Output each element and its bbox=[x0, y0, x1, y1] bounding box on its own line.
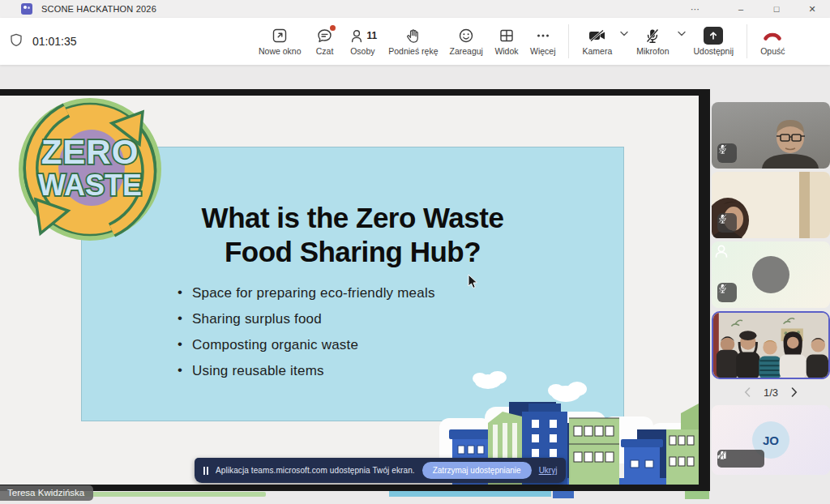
presenter-name-label: Teresa Kwidzińska bbox=[0, 485, 93, 501]
logo-text-waste: WASTE bbox=[38, 169, 142, 202]
mic-muted-icon bbox=[717, 143, 737, 163]
participant-video bbox=[713, 313, 828, 379]
camera-options-chevron[interactable] bbox=[618, 18, 631, 65]
button-label: Widok bbox=[494, 46, 518, 56]
teams-meeting-window: SCONE HACKATHON 2026 ⋯ – □ ✕ 01:01:35 No… bbox=[0, 0, 830, 504]
share-button[interactable]: Udostępnij bbox=[688, 18, 740, 65]
button-label: Opuść bbox=[760, 46, 785, 56]
participant-video-tile[interactable] bbox=[712, 172, 830, 238]
mic-muted-icon bbox=[717, 450, 727, 460]
share-screen-icon bbox=[704, 27, 723, 45]
mouse-cursor bbox=[467, 274, 478, 290]
desktop-strip-teal bbox=[389, 491, 551, 497]
grid-view-icon bbox=[498, 27, 515, 45]
people-icon: 11 bbox=[349, 27, 378, 45]
person-avatar-icon bbox=[752, 256, 789, 293]
meeting-title: SCONE HACKATHON 2026 bbox=[41, 4, 156, 14]
camera-off-icon bbox=[588, 27, 607, 45]
mic-off-icon bbox=[644, 27, 661, 45]
slide-bullet: Space for preparing eco-friendly meals bbox=[178, 285, 623, 301]
raise-hand-button[interactable]: Podnieś rękę bbox=[383, 18, 443, 65]
more-button[interactable]: Więcej bbox=[524, 18, 562, 65]
hide-banner-link[interactable]: Ukryj bbox=[539, 466, 558, 475]
button-label: Udostępnij bbox=[694, 46, 734, 56]
maximize-icon[interactable]: □ bbox=[759, 0, 794, 18]
button-label: Zareaguj bbox=[450, 46, 483, 56]
pagination-label: 1/3 bbox=[764, 387, 778, 399]
new-window-button[interactable]: Nowe okno bbox=[253, 18, 307, 65]
button-label: Czat bbox=[316, 46, 334, 56]
hang-up-icon bbox=[763, 27, 782, 45]
desktop-strip-blue bbox=[553, 491, 574, 498]
participant-video-tile[interactable] bbox=[712, 102, 830, 169]
microphone-button[interactable]: Mikrofon bbox=[631, 18, 674, 65]
logo-text-zero: ZERO bbox=[41, 133, 139, 171]
sharing-indicator-icon bbox=[203, 467, 208, 475]
share-banner-message: Aplikacja teams.microsoft.com udostępnia… bbox=[216, 466, 415, 475]
mic-muted-icon bbox=[717, 213, 737, 233]
mic-muted-icon bbox=[717, 283, 737, 302]
teams-app-icon bbox=[21, 3, 32, 15]
leave-button[interactable]: Opuść bbox=[755, 18, 790, 65]
toolbar-divider bbox=[568, 24, 569, 58]
raised-hand-icon bbox=[405, 27, 421, 45]
slide-bullet: Sharing surplus food bbox=[178, 311, 623, 327]
camera-button[interactable]: Kamera bbox=[576, 18, 618, 65]
view-button[interactable]: Widok bbox=[489, 18, 524, 65]
slide-bullet: Composting organic waste bbox=[178, 337, 623, 353]
titlebar: SCONE HACKATHON 2026 ⋯ – □ ✕ bbox=[0, 0, 830, 18]
chat-icon bbox=[316, 27, 333, 45]
pagination-next-icon[interactable] bbox=[788, 386, 801, 399]
popout-icon bbox=[272, 27, 288, 45]
button-label: Kamera bbox=[582, 46, 612, 56]
minimize-icon[interactable]: – bbox=[723, 0, 759, 18]
participant-avatar-tile[interactable] bbox=[712, 241, 830, 308]
more-dots-icon bbox=[535, 27, 551, 45]
shield-icon bbox=[9, 32, 24, 51]
close-icon[interactable]: ✕ bbox=[794, 0, 830, 18]
button-label: Mikrofon bbox=[636, 46, 669, 56]
participants-sidebar: 1/3 JO bbox=[712, 102, 830, 478]
meeting-timer-group: 01:01:35 bbox=[0, 18, 253, 65]
participant-status-pill bbox=[717, 450, 764, 468]
button-label: Osoby bbox=[350, 46, 374, 56]
meeting-timer: 01:01:35 bbox=[32, 35, 77, 48]
button-label: Nowe okno bbox=[259, 46, 302, 56]
button-label: Podnieś rękę bbox=[388, 46, 438, 56]
screen-share-banner: Aplikacja teams.microsoft.com udostępnia… bbox=[195, 458, 566, 483]
react-button[interactable]: Zareaguj bbox=[444, 18, 489, 65]
zero-waste-logo: ZERO WASTE bbox=[16, 97, 164, 245]
window-controls: ⋯ – □ ✕ bbox=[678, 0, 830, 18]
smiley-icon bbox=[458, 27, 474, 45]
participant-initials-tile[interactable]: JO bbox=[712, 405, 830, 475]
tile-pagination: 1/3 bbox=[712, 382, 830, 402]
toolbar-divider bbox=[747, 24, 747, 58]
meeting-toolbar: 01:01:35 Nowe okno Czat 11 Osoby bbox=[0, 18, 830, 65]
titlebar-more-icon[interactable]: ⋯ bbox=[678, 0, 713, 18]
chat-button[interactable]: Czat bbox=[307, 18, 343, 65]
stop-sharing-button[interactable]: Zatrzymaj udostępnianie bbox=[422, 462, 532, 479]
chat-notification-dot bbox=[330, 25, 336, 31]
people-button[interactable]: 11 Osoby bbox=[343, 18, 383, 65]
button-label: Więcej bbox=[530, 46, 556, 56]
shared-screen-stage: What is the Zero Waste Food Sharing Hub?… bbox=[0, 89, 710, 491]
participant-count: 11 bbox=[367, 30, 378, 41]
active-speaker-tile[interactable] bbox=[712, 311, 830, 379]
pagination-prev-icon[interactable] bbox=[741, 386, 754, 399]
microphone-options-chevron[interactable] bbox=[675, 18, 688, 65]
